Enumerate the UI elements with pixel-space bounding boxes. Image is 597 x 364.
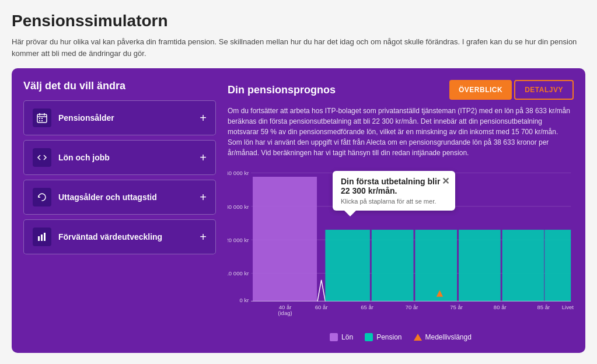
svg-text:Livet ut: Livet ut (562, 304, 574, 310)
right-panel-title: Din pensionsprognos (228, 84, 336, 96)
menu-plus-lon-jobb: + (200, 151, 207, 164)
pension-description: Om du fortsätter att arbeta hos ITP-bola… (228, 106, 574, 158)
svg-text:60 år: 60 år (315, 304, 329, 310)
svg-rect-5 (41, 118, 43, 119)
menu-item-vardeutveckling[interactable]: Förväntad värdeutveckling + (23, 219, 216, 254)
bar-pension-3[interactable] (415, 230, 457, 301)
main-container: Välj det du vill ändra Pensionsålder + (12, 68, 585, 353)
svg-rect-4 (39, 118, 40, 119)
bar-pension-5[interactable] (502, 230, 544, 301)
tooltip-arrow (344, 211, 356, 216)
chart-svg-container: ✕ Din första utbetalning blir 22 300 kr/… (228, 165, 574, 328)
left-panel: Välj det du vill ändra Pensionsålder + (23, 80, 216, 341)
svg-text:40 000 kr: 40 000 kr (228, 170, 249, 176)
bar-pension-2[interactable] (372, 230, 414, 301)
svg-rect-6 (39, 120, 40, 121)
detaljvy-button[interactable]: DETALJVY (514, 80, 574, 100)
svg-text:0 kr: 0 kr (239, 297, 249, 303)
svg-rect-8 (38, 236, 40, 241)
bar-lon[interactable] (253, 177, 317, 301)
refresh-icon (33, 188, 51, 206)
menu-item-uttagsalder[interactable]: Uttagsålder och uttagstid + (23, 180, 216, 215)
legend-lon: Lön (330, 333, 353, 341)
menu-plus-vardeutveckling: + (200, 230, 207, 244)
legend-medellivs-icon (414, 334, 422, 341)
left-panel-title: Välj det du vill ändra (23, 80, 216, 92)
menu-label-uttagsalder: Uttagsålder och uttagstid (58, 192, 200, 202)
svg-rect-10 (44, 233, 46, 241)
code-icon (33, 148, 51, 167)
menu-label-lon-jobb: Lön och jobb (58, 153, 200, 162)
tooltip-sub: Klicka på staplarna för att se mer. (341, 198, 447, 205)
chart-tooltip: ✕ Din första utbetalning blir 22 300 kr/… (333, 171, 455, 211)
svg-text:85 år: 85 år (537, 304, 550, 310)
menu-item-pension-age[interactable]: Pensionsålder + (23, 100, 216, 135)
svg-text:65 år: 65 år (361, 304, 374, 310)
menu-item-lon-jobb[interactable]: Lön och jobb + (23, 140, 216, 175)
menu-plus-pension-age: + (200, 111, 207, 125)
legend-lon-color (330, 333, 338, 341)
legend-medellivs: Medellivslängd (414, 333, 472, 341)
svg-text:(idag): (idag) (278, 310, 292, 316)
right-header: Din pensionsprognos ÖVERBLICK DETALJVY (228, 80, 574, 100)
bar-pension-1[interactable] (325, 230, 370, 301)
chart-legend: Lön Pension Medellivslängd (228, 333, 574, 341)
svg-rect-7 (41, 120, 43, 121)
legend-pension-label: Pension (376, 333, 402, 341)
svg-text:30 000 kr: 30 000 kr (228, 204, 249, 210)
legend-medellivs-label: Medellivslängd (425, 333, 472, 341)
transition-spike (317, 280, 325, 301)
svg-text:40 år: 40 år (279, 304, 292, 310)
right-panel: Din pensionsprognos ÖVERBLICK DETALJVY O… (228, 80, 574, 341)
svg-text:80 år: 80 år (494, 304, 507, 310)
bar-pension-4[interactable] (459, 230, 501, 301)
svg-text:75 år: 75 år (450, 304, 463, 310)
legend-pension-color (365, 333, 373, 341)
svg-text:20 000 kr: 20 000 kr (228, 237, 249, 243)
page-title: Pensionssimulatorn (12, 12, 585, 30)
page-description: Här prövar du hur olika val kan påverka … (12, 36, 585, 59)
svg-text:70 år: 70 år (406, 304, 419, 310)
menu-label-vardeutveckling: Förväntad värdeutveckling (58, 232, 200, 242)
bar-pension-livs[interactable] (544, 230, 571, 301)
chart-area: ✕ Din första utbetalning blir 22 300 kr/… (228, 165, 574, 341)
svg-text:10 000 kr: 10 000 kr (228, 270, 249, 276)
calendar-icon (33, 108, 51, 127)
menu-label-pension-age: Pensionsålder (58, 113, 200, 123)
legend-lon-label: Lön (341, 333, 353, 341)
menu-plus-uttagsalder: + (200, 191, 207, 204)
legend-pension: Pension (365, 333, 402, 341)
svg-rect-9 (41, 235, 43, 241)
overblick-button[interactable]: ÖVERBLICK (449, 80, 512, 100)
tooltip-title: Din första utbetalning blir 22 300 kr/må… (341, 177, 447, 195)
view-toggle: ÖVERBLICK DETALJVY (449, 80, 574, 100)
tooltip-close-button[interactable]: ✕ (442, 176, 449, 187)
chart-icon (33, 228, 51, 246)
